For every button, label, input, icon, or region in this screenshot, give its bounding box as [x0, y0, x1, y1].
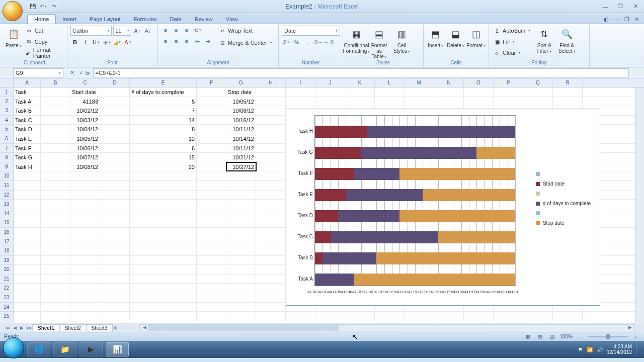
show-desktop-button[interactable] [636, 343, 641, 356]
cell[interactable] [100, 171, 130, 180]
column-header[interactable]: N [434, 78, 464, 87]
cell[interactable] [100, 116, 130, 125]
cell[interactable] [41, 293, 70, 302]
cell[interactable] [345, 87, 375, 97]
align-bottom-icon[interactable]: ≡ [182, 26, 191, 35]
cell[interactable] [197, 144, 226, 153]
cell[interactable] [100, 228, 130, 237]
cell[interactable]: 10/03/12 [70, 116, 100, 125]
enter-formula-icon[interactable]: ✓ [76, 68, 86, 77]
cell[interactable] [70, 312, 100, 321]
cell[interactable] [464, 87, 494, 97]
cell[interactable] [197, 97, 226, 106]
column-header[interactable]: J [315, 78, 345, 87]
cell[interactable] [41, 228, 70, 237]
cell[interactable] [70, 284, 100, 293]
cell[interactable] [226, 191, 256, 200]
cell[interactable] [197, 303, 226, 312]
fx-icon[interactable]: fx [86, 70, 90, 76]
row-header[interactable]: 1 [0, 87, 13, 97]
tray-network-icon[interactable]: 📶 [587, 347, 593, 352]
cell[interactable] [226, 200, 256, 209]
decrease-decimal-icon[interactable]: ←.0 [324, 38, 333, 47]
cell[interactable] [100, 144, 130, 153]
cell[interactable]: 10/02/12 [70, 106, 100, 115]
view-layout-icon[interactable]: ▤ [535, 332, 544, 341]
cell[interactable] [100, 134, 130, 143]
cell[interactable] [100, 218, 130, 227]
cell[interactable]: 10/08/12 [226, 106, 256, 115]
cell[interactable] [256, 218, 286, 227]
cell[interactable] [256, 209, 286, 218]
cell[interactable] [226, 293, 256, 302]
formula-input[interactable]: =C9+E9-1 [93, 68, 629, 77]
cell[interactable] [130, 209, 197, 218]
cell[interactable] [256, 312, 286, 321]
cell[interactable] [100, 106, 130, 115]
cell[interactable] [226, 228, 256, 237]
cell[interactable] [100, 284, 130, 293]
cell[interactable]: 8 [130, 125, 197, 134]
cell[interactable] [100, 87, 130, 97]
row-header[interactable]: 7 [0, 144, 13, 153]
tab-data[interactable]: Data [163, 15, 188, 24]
row-header[interactable]: 16 [0, 228, 13, 237]
tab-insert[interactable]: Insert [56, 15, 83, 24]
cell[interactable] [197, 284, 226, 293]
row-header[interactable]: 22 [0, 284, 13, 293]
cell[interactable] [41, 191, 70, 200]
cell[interactable]: # of days to complete [130, 87, 197, 97]
cell[interactable]: Task B [14, 106, 41, 115]
sheet-nav-prev[interactable]: ◀ [11, 325, 18, 330]
cell[interactable]: 10/21/12 [226, 153, 256, 162]
cell[interactable] [197, 181, 226, 190]
cell[interactable]: Task H [14, 162, 41, 171]
cell[interactable] [41, 284, 70, 293]
conditional-formatting-button[interactable]: ▦Conditional Formatting [346, 26, 367, 54]
row-header[interactable]: 6 [0, 134, 13, 144]
taskbar-explorer[interactable]: 📁 [53, 342, 76, 356]
cell[interactable] [130, 246, 197, 255]
decrease-font-icon[interactable]: A↓ [143, 26, 152, 35]
cell[interactable] [100, 97, 130, 106]
cell[interactable] [197, 191, 226, 200]
cell[interactable] [70, 191, 100, 200]
tray-flag-icon[interactable]: ⚑ [578, 347, 583, 352]
cell[interactable]: 5 [130, 97, 197, 106]
cell[interactable] [197, 237, 226, 246]
clear-button[interactable]: ◇Clear [492, 48, 532, 58]
select-all-corner[interactable] [0, 78, 13, 87]
cell[interactable] [41, 246, 70, 255]
column-header[interactable]: K [345, 78, 375, 87]
cell[interactable] [494, 87, 523, 97]
worksheet-grid[interactable]: 1234567891011121314151617181920212223242… [0, 78, 644, 323]
cell[interactable] [256, 144, 286, 153]
cell[interactable] [130, 228, 197, 237]
cell[interactable] [256, 246, 286, 255]
column-header[interactable]: I [286, 78, 315, 87]
cell[interactable] [375, 97, 405, 106]
cell[interactable] [130, 265, 197, 274]
sheet-nav-first[interactable]: ⏮ [4, 325, 11, 330]
cell[interactable] [130, 218, 197, 227]
column-header[interactable]: R [553, 78, 583, 87]
cell-styles-button[interactable]: ▥Cell Styles [391, 26, 412, 54]
align-right-icon[interactable]: ≡ [182, 37, 191, 46]
row-header[interactable]: 8 [0, 153, 13, 162]
cell[interactable] [14, 209, 41, 218]
cell[interactable] [315, 312, 345, 321]
tab-view[interactable]: View [219, 15, 245, 24]
doc-minimize[interactable]: — [614, 16, 619, 23]
cell[interactable] [256, 87, 286, 97]
cell[interactable]: 10/14/12 [226, 134, 256, 143]
cell[interactable] [226, 303, 256, 312]
new-sheet-icon[interactable]: ⊕ [112, 325, 119, 330]
cell[interactable]: Task D [14, 125, 41, 134]
window-restore[interactable]: ❐ [615, 3, 626, 11]
cell[interactable] [14, 191, 41, 200]
cell[interactable] [130, 293, 197, 302]
horizontal-scrollbar[interactable]: ◀▶ [139, 324, 635, 331]
cell[interactable] [256, 228, 286, 237]
cell[interactable] [286, 97, 315, 106]
name-box[interactable]: G9 [13, 68, 63, 77]
